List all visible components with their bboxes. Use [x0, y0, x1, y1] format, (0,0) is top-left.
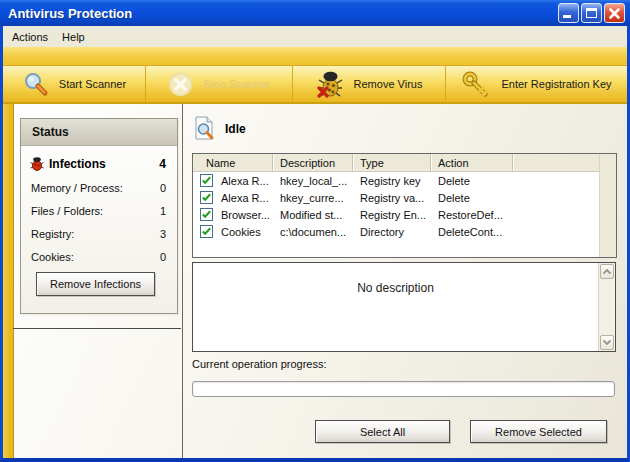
- enter-registration-key-label: Enter Registration Key: [501, 78, 611, 90]
- cell-description: hkey_local_...: [273, 175, 353, 187]
- cookies-label: Cookies:: [31, 251, 74, 263]
- minimize-button[interactable]: [558, 3, 579, 23]
- row-checkbox[interactable]: [200, 191, 213, 204]
- cell-name: Browser...: [221, 209, 270, 221]
- cell-description: hkey_curre...: [273, 192, 353, 204]
- status-title: Status: [32, 125, 69, 139]
- sidebar-separator-line: [13, 328, 181, 329]
- cell-type: Registry key: [353, 175, 431, 187]
- main-panel: Idle Name Description Type Action Alexa …: [183, 104, 627, 458]
- stop-scanner-button[interactable]: Stop Scanner: [146, 66, 293, 102]
- chevron-up-icon: [602, 268, 612, 275]
- start-scanner-button[interactable]: Start Scanner: [3, 66, 146, 102]
- column-header-type[interactable]: Type: [353, 154, 431, 171]
- cell-type: Registry va...: [353, 192, 431, 204]
- scanner-status: Idle: [195, 116, 246, 141]
- start-scanner-label: Start Scanner: [59, 78, 126, 90]
- remove-virus-button[interactable]: Remove Virus: [293, 66, 446, 102]
- titlebar: Antivirus Protection: [0, 0, 630, 26]
- stop-icon: [168, 72, 193, 97]
- window-controls: [558, 3, 625, 23]
- maximize-button[interactable]: [581, 3, 602, 23]
- row-checkbox[interactable]: [200, 174, 213, 187]
- toolbar: Start Scanner Stop Scanner Remove V: [3, 66, 627, 104]
- memory-value: 0: [160, 182, 166, 194]
- infections-row: Infections 4: [30, 157, 166, 171]
- remove-selected-button[interactable]: Remove Selected: [470, 420, 607, 443]
- files-label: Files / Folders:: [31, 205, 103, 217]
- cell-action: Delete: [431, 175, 513, 187]
- cell-type: Directory: [353, 226, 431, 238]
- registry-value: 3: [160, 228, 166, 240]
- select-all-button[interactable]: Select All: [315, 420, 450, 443]
- close-icon: [608, 7, 621, 20]
- scroll-down-button[interactable]: [600, 335, 614, 350]
- row-checkbox[interactable]: [200, 208, 213, 221]
- check-icon: [201, 192, 212, 203]
- table-row[interactable]: Alexa R... hkey_local_... Registry key D…: [193, 172, 616, 189]
- description-box: No description: [192, 262, 616, 352]
- table-header: Name Description Type Action: [193, 154, 616, 172]
- cell-name: Alexa R...: [221, 192, 269, 204]
- menu-help[interactable]: Help: [55, 28, 92, 46]
- cell-description: c:\documen...: [273, 226, 353, 238]
- scanner-status-label: Idle: [225, 122, 246, 136]
- remove-infections-button[interactable]: Remove Infections: [36, 272, 155, 296]
- stop-scanner-label: Stop Scanner: [203, 78, 270, 90]
- column-header-action[interactable]: Action: [431, 154, 513, 171]
- toolbar-top-band: [3, 47, 627, 66]
- status-panel-header: Status: [21, 119, 177, 146]
- menubar: Actions Help: [3, 26, 627, 47]
- cell-name: Alexa R...: [221, 175, 269, 187]
- table-row[interactable]: Alexa R... hkey_curre... Registry va... …: [193, 189, 616, 206]
- infections-value: 4: [159, 157, 166, 171]
- status-row-registry: Registry: 3: [31, 228, 166, 240]
- memory-label: Memory / Process:: [31, 182, 123, 194]
- bug-icon: [316, 70, 344, 98]
- status-row-memory: Memory / Process: 0: [31, 182, 166, 194]
- cell-action: DeleteCont...: [431, 226, 513, 238]
- description-text: No description: [193, 281, 598, 295]
- files-value: 1: [160, 205, 166, 217]
- cell-name: Cookies: [221, 226, 261, 238]
- progress-label: Current operation progress:: [192, 358, 327, 370]
- infections-label: Infections: [49, 157, 106, 171]
- cell-type: Registry En...: [353, 209, 431, 221]
- column-header-description[interactable]: Description: [273, 154, 353, 171]
- left-gold-strip: [3, 104, 14, 458]
- registry-label: Registry:: [31, 228, 74, 240]
- minimize-icon: [563, 15, 571, 18]
- cell-action: RestoreDef...: [431, 209, 513, 221]
- table-scroll-strip[interactable]: [599, 154, 616, 257]
- app-window: Antivirus Protection Actions Help Start …: [0, 0, 630, 462]
- scan-document-icon: [195, 116, 216, 141]
- progress-bar: [192, 381, 615, 397]
- window-title: Antivirus Protection: [8, 6, 132, 21]
- maximize-icon: [586, 8, 597, 18]
- check-icon: [201, 209, 212, 220]
- chevron-down-icon: [602, 339, 612, 346]
- magnifier-icon: [22, 71, 49, 98]
- enter-registration-key-button[interactable]: Enter Registration Key: [446, 66, 627, 102]
- row-checkbox[interactable]: [200, 225, 213, 238]
- remove-virus-label: Remove Virus: [354, 78, 423, 90]
- status-row-cookies: Cookies: 0: [31, 251, 166, 263]
- cell-action: Delete: [431, 192, 513, 204]
- table-row[interactable]: Browser... Modified st... Registry En...…: [193, 206, 616, 223]
- close-button[interactable]: [604, 3, 625, 23]
- scroll-up-button[interactable]: [600, 264, 614, 279]
- table-row[interactable]: Cookies c:\documen... Directory DeleteCo…: [193, 223, 616, 240]
- status-row-files: Files / Folders: 1: [31, 205, 166, 217]
- menu-actions[interactable]: Actions: [5, 28, 55, 46]
- content-area: Status Infections 4 Memory / Process: 0 …: [3, 104, 627, 458]
- column-header-name[interactable]: Name: [193, 154, 273, 171]
- cell-description: Modified st...: [273, 209, 353, 221]
- check-icon: [201, 226, 212, 237]
- infection-bug-icon: [30, 157, 44, 171]
- infections-table: Name Description Type Action Alexa R... …: [192, 153, 617, 258]
- check-icon: [201, 175, 212, 186]
- status-panel: Status Infections 4 Memory / Process: 0 …: [20, 118, 178, 314]
- cookies-value: 0: [160, 251, 166, 263]
- description-scrollbar[interactable]: [598, 263, 615, 351]
- key-icon: [461, 71, 491, 97]
